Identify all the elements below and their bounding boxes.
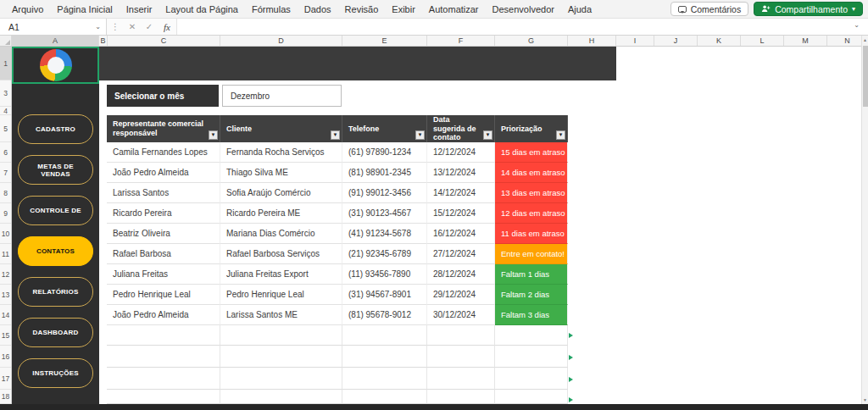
row-header-12[interactable]: 12	[0, 264, 11, 285]
empty-cell[interactable]	[427, 368, 495, 390]
empty-cell[interactable]	[107, 325, 220, 346]
cell-data[interactable]: 27/12/2024	[427, 244, 495, 264]
empty-cell[interactable]	[220, 368, 342, 390]
row-header-9[interactable]: 9	[0, 203, 11, 224]
cell-telefone[interactable]: (81) 98901-2345	[342, 163, 427, 183]
column-header-i[interactable]: I	[616, 36, 654, 46]
filter-icon[interactable]: ▼	[331, 130, 340, 140]
sidebar-item-cadastro[interactable]: CADASTRO	[18, 114, 93, 144]
empty-cell[interactable]	[220, 346, 342, 368]
cell-data[interactable]: 14/12/2024	[427, 183, 495, 203]
empty-cell[interactable]	[107, 346, 220, 368]
vertical-scrollbar[interactable]: ▲ ▼	[861, 36, 868, 404]
scrollbar-thumb[interactable]	[863, 46, 868, 107]
column-header-e[interactable]: E	[342, 36, 427, 46]
column-header-c[interactable]: C	[108, 36, 220, 46]
cell-cliente[interactable]: Thiago Silva ME	[220, 163, 342, 183]
status-badge[interactable]: 15 dias em atraso	[495, 142, 568, 163]
cell-cliente[interactable]: Mariana Dias Comércio	[220, 224, 342, 244]
empty-cell[interactable]	[107, 390, 220, 404]
status-badge[interactable]: Faltam 3 dias	[495, 305, 568, 325]
menu-item-layout-da-pagina[interactable]: Layout da Página	[159, 4, 245, 14]
cell-cliente[interactable]: Juliana Freitas Export	[220, 264, 342, 285]
status-badge[interactable]: Faltam 1 dias	[495, 264, 568, 285]
row-header-3[interactable]: 3	[0, 80, 11, 107]
cell-telefone[interactable]: (81) 95678-9012	[342, 305, 427, 325]
cell-data[interactable]: 13/12/2024	[427, 163, 495, 183]
sidebar-item-controle-de[interactable]: CONTROLE DE	[18, 196, 93, 225]
cell-cliente[interactable]: Ricardo Pereira ME	[220, 203, 342, 224]
empty-cell[interactable]	[342, 368, 427, 390]
menu-item-exibir[interactable]: Exibir	[385, 4, 422, 14]
cell-telefone[interactable]: (91) 99012-3456	[342, 183, 427, 203]
sidebar-item-relatorios[interactable]: RELATÓRIOS	[18, 277, 93, 307]
cell-cliente[interactable]: Larissa Santos ME	[220, 305, 342, 325]
cell-telefone[interactable]: (21) 92345-6789	[342, 244, 427, 264]
status-badge[interactable]: Faltam 2 dias	[495, 285, 568, 305]
cell-data[interactable]: 12/12/2024	[427, 142, 495, 163]
sidebar-item-dashboard[interactable]: DASHBOARD	[18, 318, 93, 347]
column-header-g[interactable]: G	[495, 36, 568, 46]
cell-data[interactable]: 15/12/2024	[427, 203, 495, 224]
row-header-5[interactable]: 5	[0, 115, 11, 142]
menu-item-pagina-inicial[interactable]: Página Inicial	[50, 4, 119, 14]
comments-button[interactable]: Comentários	[670, 2, 749, 16]
cell-telefone[interactable]: (31) 94567-8901	[342, 285, 427, 305]
status-badge[interactable]: Entre em contato!	[495, 244, 568, 264]
row-header-4[interactable]: 4	[0, 107, 11, 115]
menu-item-ajuda[interactable]: Ajuda	[561, 4, 598, 14]
scroll-down-icon[interactable]: ▼	[862, 396, 868, 404]
column-header-f[interactable]: F	[427, 36, 495, 46]
empty-cell[interactable]	[495, 368, 568, 390]
row-header-15[interactable]: 15	[0, 325, 11, 346]
cancel-icon[interactable]: ✕	[124, 19, 141, 35]
empty-cell[interactable]	[427, 325, 495, 346]
cell-cliente[interactable]: Fernanda Rocha Serviços	[220, 142, 342, 163]
cell-telefone[interactable]: (61) 97890-1234	[342, 142, 427, 163]
cell-cliente[interactable]: Sofia Araújo Comércio	[220, 183, 342, 203]
sidebar-item-contatos[interactable]: CONTATOS	[18, 236, 93, 266]
sidebar-item-instrucoes[interactable]: INSTRUÇÕES	[18, 358, 93, 388]
row-header-16[interactable]: 16	[0, 346, 11, 368]
empty-cell[interactable]	[342, 325, 427, 346]
status-badge[interactable]: 11 dias em atraso	[495, 224, 568, 244]
filter-icon[interactable]: ▼	[556, 130, 565, 140]
cell-data[interactable]: 29/12/2024	[427, 285, 495, 305]
column-header-h[interactable]: H	[568, 36, 616, 46]
empty-cell[interactable]	[427, 390, 495, 404]
formula-input[interactable]: ⌄	[176, 19, 868, 35]
cell-rep[interactable]: João Pedro Almeida	[107, 305, 220, 325]
status-badge[interactable]: 12 dias em atraso	[495, 203, 568, 224]
menu-item-desenvolvedor[interactable]: Desenvolvedor	[486, 4, 561, 14]
menu-item-dados[interactable]: Dados	[298, 4, 338, 14]
empty-cell[interactable]	[495, 346, 568, 368]
share-button[interactable]: Compartilhamento ▾	[754, 2, 863, 16]
cell-rep[interactable]: Beatriz Oliveira	[107, 224, 220, 244]
cell-data[interactable]: 30/12/2024	[427, 305, 495, 325]
menu-item-automatizar[interactable]: Automatizar	[422, 4, 486, 14]
row-header-1[interactable]: 1	[0, 47, 11, 80]
menu-item-formulas[interactable]: Fórmulas	[245, 4, 298, 14]
empty-cell[interactable]	[220, 390, 342, 404]
cell-telefone[interactable]: (31) 90123-4567	[342, 203, 427, 224]
column-header-a[interactable]: A	[12, 36, 99, 46]
menu-item-inserir[interactable]: Inserir	[120, 4, 159, 14]
row-header-8[interactable]: 8	[0, 183, 11, 203]
empty-cell[interactable]	[342, 346, 427, 368]
row-header-7[interactable]: 7	[0, 163, 11, 183]
row-header-17[interactable]: 17	[0, 368, 11, 390]
row-header-14[interactable]: 14	[0, 305, 11, 325]
column-header-j[interactable]: J	[654, 36, 698, 46]
cell-data[interactable]: 16/12/2024	[427, 224, 495, 244]
cell-cliente[interactable]: Rafael Barbosa Serviços	[220, 244, 342, 264]
select-all-corner[interactable]	[0, 36, 12, 46]
empty-cell[interactable]	[107, 368, 220, 390]
month-value-field[interactable]: Dezembro	[222, 85, 342, 107]
cell-telefone[interactable]: (11) 93456-7890	[342, 264, 427, 285]
filter-icon[interactable]: ▼	[483, 130, 492, 140]
scroll-up-icon[interactable]: ▲	[862, 36, 868, 44]
filter-icon[interactable]: ▼	[415, 130, 425, 140]
status-badge[interactable]: 14 dias em atraso	[495, 163, 568, 183]
row-header-10[interactable]: 10	[0, 224, 11, 244]
column-header-m[interactable]: M	[784, 36, 827, 46]
